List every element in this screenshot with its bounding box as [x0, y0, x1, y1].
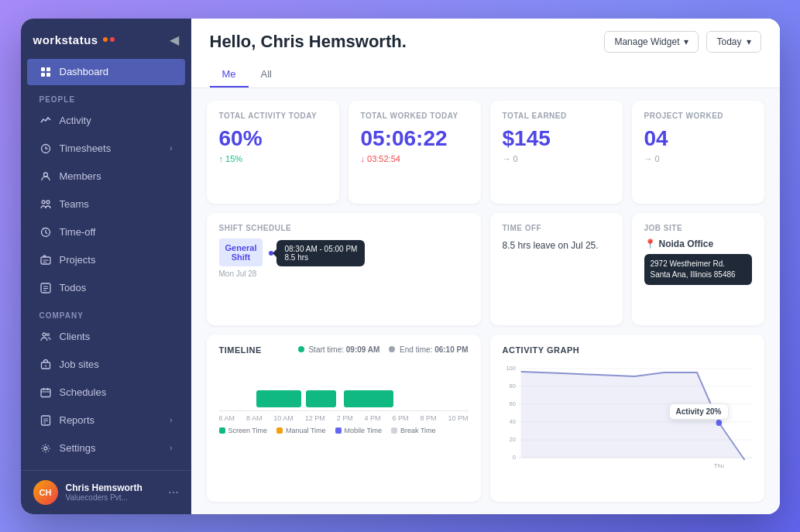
header-actions: Manage Widget ▾ Today ▾ [604, 31, 761, 53]
shift-bar: General Shift [219, 239, 263, 266]
section-title-company: COMPANY [21, 302, 191, 323]
jobsite-location: 📍 Noida Office [644, 239, 752, 249]
svg-rect-0 [41, 67, 45, 71]
schedules-icon [39, 386, 52, 399]
activity-tooltip-text: Activity 20% [676, 407, 722, 416]
sidebar-item-teams[interactable]: Teams [27, 191, 185, 218]
user-avatar: CH [33, 480, 58, 505]
members-icon [39, 170, 52, 183]
sidebar-item-label-timesheets: Timesheets [60, 142, 163, 154]
sidebar-item-schedules[interactable]: Schedules [27, 379, 185, 406]
manage-widget-chevron: ▾ [684, 36, 688, 47]
sidebar-item-label-teams: Teams [60, 198, 173, 210]
metrics-row: TOTAL ACTIVITY TODAY 60% ↑ 15% TOTAL WOR… [207, 101, 764, 204]
end-time-value: 06:10 PM [434, 345, 468, 354]
sidebar-item-reports[interactable]: Reports › [27, 407, 185, 434]
middle-row: SHIFT SCHEDULE General Shift 08:30 AM - … [207, 213, 764, 325]
metric-card-worked: TOTAL WORKED TODAY 05:06:22 ↓ 03:52:54 [348, 101, 481, 204]
sidebar-item-jobsites[interactable]: Job sites [27, 352, 185, 378]
axis-10am: 10 AM [273, 414, 294, 422]
sidebar-item-timesheets[interactable]: Timesheets › [27, 136, 185, 162]
sidebar-footer: CH Chris Hemsworth Valuecoders Pvt... ⋯ [21, 470, 191, 514]
sidebar-item-label-timeoff: Time-off [60, 226, 173, 238]
activity-graph: 100 80 60 40 20 0 [503, 361, 752, 462]
avatar-image: CH [33, 480, 58, 505]
user-name: Chris Hemsworth [66, 482, 160, 493]
svg-text:60: 60 [509, 400, 516, 407]
legend-dot-manual [276, 427, 283, 434]
sidebar-item-label-projects: Projects [60, 254, 173, 266]
today-button[interactable]: Today ▾ [706, 31, 761, 53]
manage-widget-button[interactable]: Manage Widget ▾ [604, 31, 699, 53]
jobsite-name: Noida Office [659, 239, 714, 249]
legend-label-manual: Manual Time [286, 427, 326, 434]
shift-name: General [225, 243, 257, 252]
sidebar-item-projects[interactable]: Projects [27, 247, 185, 273]
start-time-value: 09:09 AM [346, 345, 380, 354]
tab-all[interactable]: All [249, 62, 284, 88]
timeline-card: TIMELINE Start time: 09:09 AM End time: … [207, 335, 481, 502]
sidebar-item-time-off[interactable]: Time-off [27, 219, 185, 245]
manage-widget-label: Manage Widget [614, 36, 679, 47]
logo: workstatus [33, 33, 115, 46]
axis-10pm: 10 PM [448, 414, 468, 422]
axis-6am: 6 AM [219, 414, 235, 422]
todos-icon [39, 282, 52, 294]
activity-icon [39, 115, 52, 127]
tab-me[interactable]: Me [210, 62, 249, 88]
jobsite-label: JOB SITE [644, 224, 752, 232]
job-site-card: JOB SITE 📍 Noida Office 2972 Westheimer … [632, 213, 764, 325]
shift-name2: Shift [225, 252, 257, 262]
legend-mobile: Mobile Time [335, 427, 383, 434]
metric-sub-0: ↑ 15% [219, 154, 327, 163]
sidebar-header: workstatus ◀ [21, 19, 191, 58]
page-title: Hello, Chris Hemsworth. [210, 32, 407, 52]
svg-point-7 [46, 201, 50, 204]
metric-label-0: TOTAL ACTIVITY TODAY [219, 112, 327, 120]
sidebar-item-label-settings: Settings [60, 442, 163, 454]
dashboard-icon [39, 66, 52, 78]
timeline-axis: 6 AM 8 AM 10 AM 12 PM 2 PM 4 PM 6 PM 8 P… [219, 410, 469, 422]
timeline-times: Start time: 09:09 AM End time: 06:10 PM [298, 345, 469, 354]
collapse-button[interactable]: ◀ [170, 33, 179, 47]
today-label: Today [716, 36, 741, 47]
projects-icon [39, 254, 52, 266]
svg-text:100: 100 [506, 364, 516, 371]
time-off-card: TIME OFF 8.5 hrs leave on Jul 25. [490, 213, 623, 325]
logo-dots [103, 37, 115, 42]
reports-arrow-icon: › [170, 416, 172, 424]
sidebar-item-label-dashboard: Dashboard [60, 66, 173, 77]
shift-label: SHIFT SCHEDULE [219, 224, 469, 232]
metric-value-3: 04 [644, 126, 752, 151]
sidebar-item-members[interactable]: Members [27, 163, 185, 190]
legend-dot-mobile [335, 427, 342, 434]
sidebar-item-settings[interactable]: Settings › [27, 435, 185, 462]
clients-icon [39, 331, 52, 343]
user-more-button[interactable]: ⋯ [168, 486, 179, 499]
sidebar-item-label-reports: Reports [60, 414, 163, 426]
sidebar-item-label-jobsites: Job sites [60, 359, 173, 370]
settings-arrow-icon: › [170, 444, 172, 452]
start-dot [298, 346, 304, 352]
shift-date: Mon Jul 28 [219, 269, 469, 278]
activity-graph-label: ACTIVITY GRAPH [503, 345, 752, 355]
sidebar: workstatus ◀ Dashboard PEOPLE [21, 19, 191, 514]
shift-tooltip-time: 08:30 AM - 05:00 PM [284, 245, 357, 253]
svg-text:Thu: Thu [713, 462, 723, 469]
sidebar-item-label-activity: Activity [60, 115, 173, 126]
metric-value-0: 60% [219, 126, 327, 151]
sidebar-item-todos[interactable]: Todos [27, 275, 185, 301]
svg-point-5 [43, 173, 47, 177]
legend-dot-screen [219, 427, 225, 434]
jobsite-address: 2972 Westheimer Rd. Santa Ana, Illinois … [644, 254, 752, 285]
logo-dot-orange [103, 37, 108, 42]
legend-label-break: Break Time [400, 427, 436, 434]
sidebar-item-activity[interactable]: Activity [27, 108, 185, 134]
svg-text:20: 20 [509, 435, 516, 442]
sidebar-item-clients[interactable]: Clients [27, 324, 185, 350]
sidebar-item-label-todos: Todos [60, 282, 173, 293]
sidebar-item-dashboard[interactable]: Dashboard [27, 59, 185, 85]
metric-card-projects: PROJECT WORKED 04 → 0 [632, 101, 764, 204]
svg-text:0: 0 [512, 453, 516, 460]
axis-8am: 8 AM [246, 414, 263, 422]
